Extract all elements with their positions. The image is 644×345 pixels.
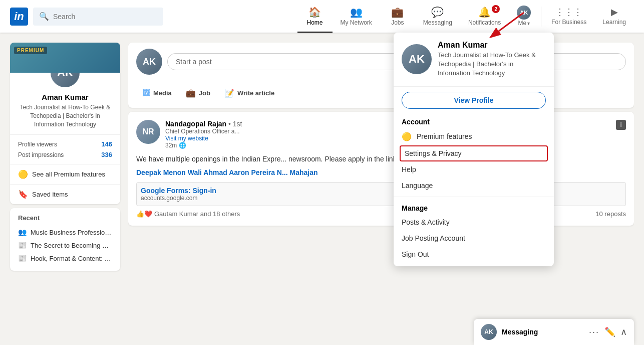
messaging-more-icon[interactable]: ···: [589, 327, 599, 337]
post-reposts-0: 10 reposts: [595, 210, 626, 218]
recent-item-1[interactable]: 📰 The Secret to Becoming a Succ...: [18, 239, 112, 252]
nav-item-network[interactable]: 👥 My Network: [333, 0, 380, 33]
post-card-0: NR Nandagopal Rajan • 1st Chief Operatio…: [128, 112, 634, 226]
nav-label-me: Me: [518, 20, 526, 27]
profile-info: Aman Kumar Tech Journalist at How-To Gee…: [10, 89, 120, 134]
nav-label-learning: Learning: [602, 19, 626, 26]
dropdown-item-premium-label: Premium features: [417, 132, 472, 140]
search-bar[interactable]: 🔍: [33, 8, 163, 26]
dropdown-user-info: Aman Kumar Tech Journalist at How-To Gee…: [438, 41, 546, 78]
post-mentioned-link[interactable]: Deepak Menon Wali Ahmad Aaron Pereira N.…: [136, 168, 318, 177]
stat-label-viewers: Profile viewers: [18, 141, 57, 148]
premium-star-icon: 🟡: [18, 169, 28, 179]
nav-item-home[interactable]: 🏠 Home: [297, 0, 333, 33]
for-business-icon: ⋮⋮⋮: [555, 7, 582, 18]
globe-icon: 🌐: [179, 142, 186, 149]
dropdown-user-name: Aman Kumar: [438, 41, 546, 50]
composer-job-label: Job: [199, 89, 210, 97]
premium-badge: PREMIUM: [14, 47, 47, 54]
reaction-emoji-0: 👍❤️: [136, 210, 152, 218]
network-icon: 👥: [350, 6, 363, 18]
dropdown-manage-section: Manage: [394, 200, 554, 214]
composer-write-btn[interactable]: 📝 Write article: [218, 84, 280, 102]
composer-avatar: AK: [136, 49, 162, 75]
media-icon: 🖼: [142, 89, 150, 98]
dropdown-item-settings-label: Settings & Privacy: [405, 149, 462, 157]
home-icon: 🏠: [308, 6, 321, 18]
nav-item-me[interactable]: AK Me ▾: [509, 0, 539, 33]
stat-label-impressions: Post impressions: [18, 151, 64, 158]
stat-value-viewers: 146: [101, 140, 112, 148]
recent-item-icon-1: 📰: [18, 241, 27, 249]
composer-media-btn[interactable]: 🖼 Media: [136, 84, 178, 102]
nav-items: 🏠 Home 👥 My Network 💼 Jobs 💬 Messaging 🔔…: [297, 0, 634, 33]
messaging-label[interactable]: Messaging: [502, 328, 584, 336]
dropdown-item-premium[interactable]: 🟡 Premium features: [394, 128, 554, 145]
dropdown-item-posts-activity[interactable]: Posts & Activity: [394, 214, 554, 230]
recent-item-0[interactable]: 👥 Music Business Professionals: [18, 226, 112, 239]
messaging-compose-icon[interactable]: ✏️: [604, 326, 615, 337]
linkedin-logo[interactable]: in: [10, 8, 28, 26]
dropdown-divider: [394, 197, 554, 197]
nav-item-learning[interactable]: ▶ Learning: [594, 0, 634, 33]
nav-item-notifications[interactable]: 🔔 2 Notifications: [460, 0, 509, 33]
composer-media-label: Media: [153, 89, 172, 97]
premium-icon: 🟡: [402, 132, 412, 141]
bookmark-icon: 🔖: [18, 190, 28, 199]
left-sidebar: PREMIUM AK Aman Kumar Tech Journalist at…: [10, 43, 120, 335]
nav-item-jobs[interactable]: 💼 Jobs: [380, 0, 415, 33]
notification-badge: 2: [492, 5, 500, 13]
nav-item-for-business[interactable]: ⋮⋮⋮ For Business: [543, 0, 594, 33]
nav-divider: [541, 7, 541, 27]
saved-items-link[interactable]: 🔖 Saved items: [10, 184, 120, 204]
notifications-icon: 🔔: [478, 6, 491, 18]
post-author-avatar-0[interactable]: NR: [136, 120, 160, 144]
navbar: in 🔍 🏠 Home 👥 My Network 💼 Jobs 💬 Messag…: [0, 0, 644, 33]
nav-label-messaging: Messaging: [423, 19, 452, 26]
dropdown-item-posts-label: Posts & Activity: [402, 218, 450, 226]
dropdown-item-job-posting[interactable]: Job Posting Account: [394, 230, 554, 246]
recent-item-2[interactable]: 📰 Hook, Format & Content: Writ...: [18, 252, 112, 265]
dropdown-account-section: Account: [394, 114, 554, 128]
post-author-badge-0: • 1st: [228, 120, 242, 128]
profile-card: PREMIUM AK Aman Kumar Tech Journalist at…: [10, 43, 120, 204]
me-chevron-icon: ▾: [527, 21, 530, 26]
dropdown-item-language-label: Language: [402, 182, 433, 190]
dropdown-item-sign-out[interactable]: Sign Out: [394, 246, 554, 262]
dropdown-item-settings[interactable]: Settings & Privacy: [400, 145, 548, 161]
dropdown-item-language[interactable]: Language: [394, 178, 554, 194]
search-input[interactable]: [53, 13, 157, 21]
post-info-btn-0[interactable]: i: [616, 120, 626, 130]
nav-label-network: My Network: [341, 19, 372, 26]
dropdown-avatar: AK: [402, 44, 432, 74]
feed: AK Start a post 🖼 Media 💼 Job 📝 Write ar…: [128, 43, 634, 335]
stat-profile-viewers[interactable]: Profile viewers 146: [18, 139, 112, 149]
premium-feature-label: See all Premium features: [32, 170, 105, 178]
job-icon: 💼: [186, 88, 196, 98]
dropdown-profile: AK Aman Kumar Tech Journalist at How-To …: [394, 33, 554, 87]
messaging-bar: AK Messaging ··· ✏️ ∧: [474, 319, 634, 345]
composer-write-label: Write article: [237, 89, 274, 97]
messaging-icon: 💬: [431, 6, 444, 18]
view-profile-button[interactable]: View Profile: [402, 92, 546, 109]
recent-item-icon-2: 📰: [18, 254, 27, 262]
stat-value-impressions: 336: [101, 151, 112, 158]
profile-desc: Tech Journalist at How-To Geek & Techope…: [18, 103, 112, 128]
learning-icon: ▶: [611, 7, 618, 18]
recent-item-icon-0: 👥: [18, 228, 27, 236]
profile-name[interactable]: Aman Kumar: [18, 93, 112, 101]
premium-features-link[interactable]: 🟡 See all Premium features: [10, 164, 120, 184]
messaging-chevron-icon[interactable]: ∧: [620, 326, 627, 337]
profile-stats: Profile viewers 146 Post impressions 336: [10, 134, 120, 164]
dropdown-item-job-posting-label: Job Posting Account: [402, 234, 465, 242]
dropdown-item-sign-out-label: Sign Out: [402, 250, 429, 258]
composer-job-btn[interactable]: 💼 Job: [180, 84, 216, 102]
saved-items-label: Saved items: [32, 191, 68, 198]
nav-label-jobs: Jobs: [391, 19, 404, 26]
nav-item-messaging[interactable]: 💬 Messaging: [415, 0, 460, 33]
recent-item-text-2: Hook, Format & Content: Writ...: [31, 255, 112, 262]
dropdown-item-help[interactable]: Help: [394, 161, 554, 178]
stat-post-impressions[interactable]: Post impressions 336: [18, 149, 112, 160]
nav-label-for-business: For Business: [551, 19, 586, 26]
nav-label-notifications: Notifications: [468, 19, 501, 26]
